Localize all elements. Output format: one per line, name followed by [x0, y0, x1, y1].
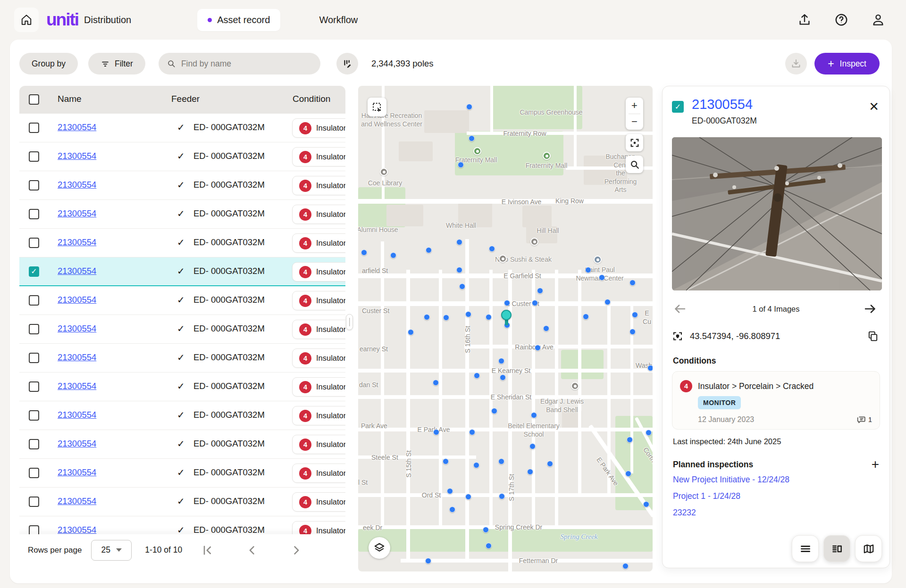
map-pole-marker[interactable]	[456, 239, 462, 245]
table-row[interactable]: 21300554✓ED- 000GAT032M4Insulator	[19, 142, 345, 171]
pole-name-link[interactable]: 21300554	[58, 525, 96, 534]
map-pole-marker[interactable]	[425, 558, 431, 564]
pole-name-link[interactable]: 21300554	[58, 439, 96, 449]
pole-name-link[interactable]: 21300554	[58, 381, 96, 391]
row-checkbox[interactable]	[29, 353, 39, 363]
row-checkbox[interactable]	[29, 497, 39, 507]
pole-name-link[interactable]: 21300554	[58, 352, 96, 363]
map-pole-marker[interactable]	[499, 493, 505, 499]
map-pole-marker[interactable]	[408, 329, 414, 335]
edit-columns-button[interactable]	[336, 53, 358, 75]
table-row[interactable]: 21300554✓ED- 000GAT032M4Insulator	[19, 257, 345, 286]
condition-chip[interactable]: 4Insulator	[292, 233, 345, 253]
map-search-button[interactable]	[626, 156, 643, 173]
row-checkbox[interactable]	[29, 238, 39, 248]
detail-checkbox[interactable]	[672, 101, 684, 113]
map-pole-marker[interactable]	[486, 314, 492, 320]
row-checkbox[interactable]	[29, 525, 39, 534]
row-checkbox[interactable]	[29, 180, 39, 190]
upload-icon[interactable]	[797, 13, 812, 27]
split-view-button[interactable]	[823, 535, 850, 562]
map-pole-marker[interactable]	[504, 300, 510, 306]
tab-workflow[interactable]: Workflow	[309, 9, 368, 31]
panel-resize-handle[interactable]	[346, 314, 353, 330]
download-button[interactable]	[785, 53, 807, 75]
row-checkbox[interactable]	[29, 295, 39, 306]
condition-chip[interactable]: 4Insulator	[292, 492, 345, 512]
map-pole-marker[interactable]	[643, 501, 649, 507]
home-button[interactable]	[14, 8, 39, 32]
map-pole-marker[interactable]	[498, 358, 504, 364]
condition-chip[interactable]: 4Insulator	[292, 176, 345, 195]
map-pole-marker[interactable]	[465, 311, 471, 317]
row-checkbox[interactable]	[29, 266, 39, 277]
pole-name-link[interactable]: 21300554	[58, 151, 96, 161]
map-pole-marker[interactable]	[458, 162, 464, 168]
map-pole-marker[interactable]	[466, 104, 472, 110]
table-row[interactable]: 21300554✓ED- 000GAT032M4Insulator	[19, 430, 345, 459]
row-checkbox[interactable]	[29, 324, 39, 334]
next-page-icon[interactable]	[290, 544, 303, 557]
row-checkbox[interactable]	[29, 209, 39, 219]
condition-chip[interactable]: 4Insulator	[292, 262, 345, 282]
pole-name-link[interactable]: 21300554	[58, 323, 96, 334]
first-page-icon[interactable]	[201, 544, 214, 557]
map-pole-marker[interactable]	[627, 437, 633, 443]
map-pole-marker[interactable]	[390, 252, 396, 258]
map-pole-marker[interactable]	[491, 408, 497, 414]
zoom-out-button[interactable]: −	[626, 114, 643, 130]
map-view-button[interactable]	[855, 535, 882, 562]
map-pole-marker[interactable]	[543, 325, 549, 331]
condition-chip[interactable]: 4Insulator	[292, 320, 345, 339]
tab-asset-record[interactable]: Asset record	[197, 9, 280, 31]
map-pole-marker[interactable]	[426, 247, 432, 253]
rows-per-page-select[interactable]: 25	[91, 540, 132, 561]
table-row[interactable]: 21300554✓ED- 000GAT032M4Insulator	[19, 373, 345, 401]
condition-card[interactable]: 4 Insulator > Porcelain > Cracked MONITO…	[672, 371, 880, 430]
map-pole-marker[interactable]	[632, 312, 638, 318]
profile-icon[interactable]	[871, 13, 885, 27]
table-row[interactable]: 21300554✓ED- 000GAT032M4Insulator	[19, 200, 345, 229]
map-pole-marker[interactable]	[527, 469, 533, 475]
map-pole-marker[interactable]	[456, 267, 462, 273]
marquee-select-button[interactable]	[368, 98, 386, 116]
map-pole-marker[interactable]	[646, 430, 652, 436]
row-checkbox[interactable]	[29, 468, 39, 478]
table-row[interactable]: 21300554✓ED- 000GAT032M4Insulator	[19, 516, 345, 534]
map-pole-marker[interactable]	[483, 527, 489, 533]
map-pole-marker[interactable]	[622, 563, 629, 569]
planned-inspection-link[interactable]: Project 1 - 1/24/28	[673, 491, 789, 508]
condition-chip[interactable]: 4Insulator	[292, 521, 345, 534]
pole-name-link[interactable]: 21300554	[58, 467, 96, 478]
filter-button[interactable]: Filter	[88, 53, 145, 75]
map-pole-marker[interactable]	[529, 443, 536, 449]
map-pole-marker[interactable]	[500, 374, 506, 381]
map-pole-marker[interactable]	[625, 471, 631, 477]
add-planned-inspection-button[interactable]: +	[872, 458, 879, 471]
map-pole-marker[interactable]	[585, 267, 591, 273]
map-pole-marker[interactable]	[604, 299, 611, 305]
map-pole-marker[interactable]	[433, 380, 439, 386]
map-pole-marker[interactable]	[465, 494, 471, 500]
column-header-feeder[interactable]: Feeder	[171, 94, 200, 104]
planned-inspection-link[interactable]: New Project Initiative - 12/24/28	[673, 475, 789, 491]
table-row[interactable]: 21300554✓ED- 000GAT032M4Insulator	[19, 229, 345, 257]
map[interactable]: Half Acre Recreation and Wellness Center…	[358, 86, 653, 571]
map-pole-marker[interactable]	[473, 462, 479, 468]
condition-chip[interactable]: 4Insulator	[292, 435, 345, 454]
map-pole-marker[interactable]	[447, 488, 453, 494]
planned-inspection-link[interactable]: 23232	[673, 508, 789, 524]
pole-name-link[interactable]: 21300554	[58, 295, 96, 305]
row-checkbox[interactable]	[29, 123, 39, 133]
map-pole-marker[interactable]	[469, 429, 475, 435]
pole-name-link[interactable]: 21300554	[58, 496, 96, 506]
map-pole-marker[interactable]	[547, 461, 553, 467]
pole-name-link[interactable]: 21300554	[58, 122, 96, 133]
map-pole-marker[interactable]	[443, 458, 449, 464]
row-checkbox[interactable]	[29, 410, 39, 421]
pole-photo[interactable]	[672, 137, 882, 290]
detail-pole-title-link[interactable]: 21300554	[692, 97, 753, 112]
map-pole-marker[interactable]	[583, 314, 589, 320]
row-checkbox[interactable]	[29, 151, 39, 162]
recenter-button[interactable]	[626, 134, 643, 151]
